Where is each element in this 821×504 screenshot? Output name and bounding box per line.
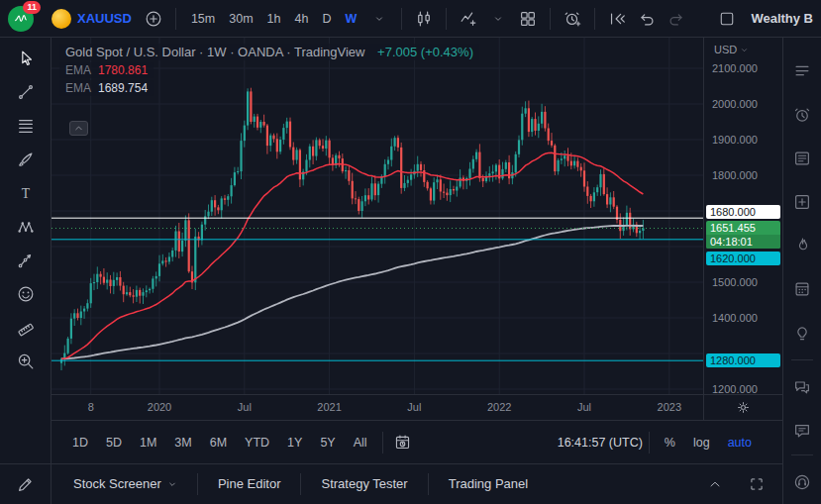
indicator-value: 1780.861 — [98, 63, 148, 77]
scale-auto[interactable]: auto — [719, 429, 761, 456]
time-scale[interactable]: 82020Jul2021Jul2022Jul2023 — [51, 394, 703, 420]
data-window-icon[interactable] — [787, 187, 817, 217]
support-icon[interactable] — [787, 467, 817, 497]
redo-icon[interactable] — [663, 5, 690, 33]
chart-area[interactable]: Gold Spot / U.S. Dollar · 1W · OANDA · T… — [51, 38, 703, 394]
range-3m[interactable]: 3M — [165, 429, 200, 456]
divider — [550, 8, 551, 30]
panel-tab-strategy-tester[interactable]: Strategy Tester — [307, 464, 421, 504]
interval-buttons: 15m30m1h4hDW — [184, 5, 363, 33]
top-toolbar: 11 XAUUSD 15m30m1h4hDW — [0, 0, 821, 38]
goto-date-icon[interactable] — [389, 429, 417, 456]
calendar-icon[interactable] — [787, 274, 817, 304]
price-tick: 1200.000 — [712, 383, 758, 396]
symbol-search-button[interactable]: XAUUSD — [46, 9, 138, 29]
watchlist-icon[interactable] — [787, 56, 817, 86]
panel-tab-pine-editor[interactable]: Pine Editor — [204, 464, 295, 504]
date-range-buttons: 1D5D1M3M6MYTD1Y5YAll — [63, 429, 376, 456]
interval-d[interactable]: D — [315, 5, 338, 33]
xabcd-pattern-icon[interactable] — [10, 211, 42, 243]
panel-expand-chevron-icon[interactable] — [701, 470, 729, 498]
divider — [428, 473, 429, 495]
chart-settings-gear-icon[interactable] — [730, 394, 758, 422]
fib-retracement-icon[interactable] — [10, 110, 42, 142]
left-toolbar: T — [0, 38, 51, 504]
indicators-icon[interactable] — [455, 5, 482, 33]
edit-icon[interactable] — [10, 468, 42, 500]
forecast-icon[interactable] — [10, 245, 42, 276]
legend-indicators: EMA1780.861EMA1689.754 — [59, 62, 479, 96]
cursor-icon[interactable] — [10, 43, 42, 74]
account-avatar[interactable]: 11 — [8, 6, 34, 32]
news-icon[interactable] — [787, 144, 817, 173]
range-5d[interactable]: 5D — [97, 429, 131, 456]
legend-indicator-row[interactable]: EMA1689.754 — [59, 80, 154, 96]
price-scale[interactable]: USD 2100.0002000.0001900.0001800.0001500… — [703, 38, 782, 394]
text-icon[interactable]: T — [10, 177, 42, 209]
range-5y[interactable]: 5Y — [311, 429, 344, 456]
compare-add-icon[interactable] — [140, 5, 167, 33]
chats-icon[interactable] — [787, 372, 817, 402]
time-tick: 2022 — [487, 401, 511, 413]
range-1m[interactable]: 1M — [131, 429, 165, 456]
scale-log[interactable]: log — [684, 429, 719, 456]
brush-icon[interactable] — [10, 144, 42, 175]
range-1d[interactable]: 1D — [63, 429, 97, 456]
range-all[interactable]: All — [345, 429, 376, 456]
interval-menu-chevron-icon[interactable] — [365, 5, 393, 33]
symbol-title-row[interactable]: Gold Spot / U.S. Dollar · 1W · OANDA · T… — [59, 44, 479, 60]
interval-w[interactable]: W — [338, 5, 363, 33]
emoji-icon[interactable] — [10, 278, 42, 310]
interval-4h[interactable]: 4h — [287, 5, 315, 33]
scale-buttons: %logauto — [656, 429, 761, 456]
trend-line-icon[interactable] — [10, 76, 42, 108]
ideas-icon[interactable] — [787, 318, 817, 348]
panel-tabs: Stock ScreenerPine EditorStrategy Tester… — [59, 464, 542, 504]
username[interactable]: Wealthy B — [751, 11, 813, 26]
chevron-down-icon — [167, 479, 177, 489]
indicators-menu-chevron-icon[interactable] — [484, 5, 512, 33]
range-1y[interactable]: 1Y — [278, 429, 311, 456]
indicator-label: EMA — [65, 63, 91, 77]
undo-icon[interactable] — [633, 5, 661, 33]
scale-percent[interactable]: % — [656, 429, 684, 456]
currency-label: USD — [714, 44, 737, 55]
axis-corner — [703, 394, 782, 420]
right-sidebar — [782, 38, 821, 504]
zoom-icon[interactable] — [10, 346, 42, 377]
interval-15m[interactable]: 15m — [184, 5, 222, 33]
interval-1h[interactable]: 1h — [260, 5, 288, 33]
notification-badge: 11 — [23, 1, 41, 14]
interval-30m[interactable]: 30m — [222, 5, 259, 33]
alert-icon[interactable] — [559, 5, 586, 33]
legend-collapse-button[interactable] — [69, 121, 88, 136]
range-6m[interactable]: 6M — [201, 429, 236, 456]
panel-tab-stock-screener[interactable]: Stock Screener — [59, 464, 191, 504]
divider — [649, 432, 650, 454]
symbol-logo-icon — [51, 9, 71, 29]
time-tick: 2023 — [658, 401, 681, 413]
clock[interactable]: 16:41:57 (UTC) — [558, 436, 643, 450]
chart-style-candles-icon[interactable] — [410, 5, 438, 33]
time-tick: Jul — [238, 401, 252, 413]
time-tick: 2020 — [148, 401, 171, 413]
messages-icon[interactable] — [787, 416, 817, 446]
hotlists-icon[interactable] — [787, 231, 817, 260]
price-tick: 1800.000 — [712, 169, 758, 182]
divider — [791, 454, 813, 455]
layout-select-icon[interactable] — [713, 5, 741, 33]
grid-layout-icon[interactable] — [514, 5, 542, 33]
legend-indicator-row[interactable]: EMA1780.861 — [59, 62, 154, 78]
bar-replay-icon[interactable] — [603, 5, 631, 33]
price-level-tag: 1680.000 — [706, 205, 780, 219]
range-ytd[interactable]: YTD — [236, 429, 278, 456]
alerts-icon[interactable] — [787, 100, 817, 130]
divider — [300, 473, 301, 495]
price-tick: 2000.000 — [712, 98, 758, 111]
ruler-icon[interactable] — [10, 312, 42, 344]
indicator-value: 1689.754 — [98, 81, 148, 95]
panel-tab-trading-panel[interactable]: Trading Panel — [435, 464, 542, 504]
panel-bar: Stock ScreenerPine EditorStrategy Tester… — [51, 463, 782, 504]
fullscreen-icon[interactable] — [743, 470, 770, 498]
price-scale-currency[interactable]: USD — [714, 44, 749, 55]
